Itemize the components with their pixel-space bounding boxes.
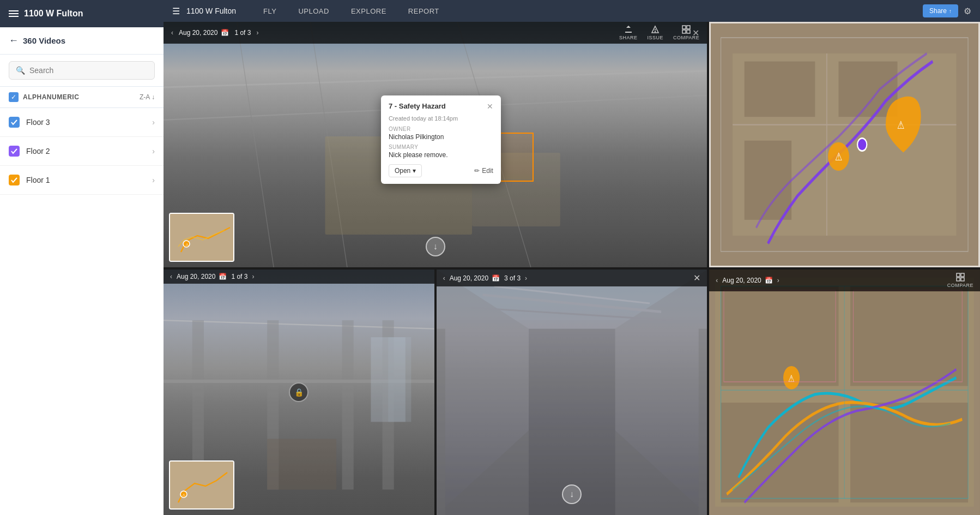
svg-rect-15 xyxy=(682,30,686,33)
search-input[interactable] xyxy=(29,66,148,75)
svg-line-2 xyxy=(237,22,274,267)
bc-calendar-icon: 📅 xyxy=(492,274,500,282)
main-panel-top-bar: ‹ Aug 20, 2020 📅 1 of 3 › SHARE ISSUE xyxy=(164,22,707,44)
sort-label: ALPHANUMERIC xyxy=(23,93,79,101)
bc-prev-btn[interactable]: ‹ xyxy=(443,274,445,282)
floor-item-floor3[interactable]: Floor 3 › xyxy=(0,108,164,137)
svg-rect-46 xyxy=(437,329,445,515)
popup-open-button[interactable]: Open ▾ xyxy=(389,164,422,177)
panel-share-label: SHARE xyxy=(619,35,638,40)
topnav-title: 1100 W Fulton xyxy=(186,7,236,15)
topnav-gear-icon[interactable]: ⚙ xyxy=(964,6,971,16)
svg-rect-23 xyxy=(839,62,898,117)
sort-label-group: ✓ ALPHANUMERIC xyxy=(9,92,79,102)
svg-rect-53 xyxy=(721,286,839,386)
svg-rect-54 xyxy=(850,286,968,386)
topnav-fly-link[interactable]: FLY xyxy=(252,0,287,22)
sidebar-header: 1100 W Fulton xyxy=(0,0,164,27)
search-box: 🔍 xyxy=(9,61,155,80)
br-next-btn[interactable]: › xyxy=(777,277,779,284)
svg-rect-37 xyxy=(388,337,411,422)
floor-list: Floor 3 › Floor 2 › Floor 1 › xyxy=(0,108,164,515)
bottom-right-aerial-map: ⚠ xyxy=(709,270,980,515)
popup-summary-value: Nick please remove. xyxy=(389,151,493,159)
bl-next-btn[interactable]: › xyxy=(252,273,254,280)
main-calendar-icon: 📅 xyxy=(221,29,229,37)
bottom-center-top-bar: ‹ Aug 20, 2020 📅 3 of 3 › ✕ xyxy=(437,270,707,286)
svg-text:⚠: ⚠ xyxy=(182,493,185,497)
popup-open-dropdown-icon: ▾ xyxy=(413,167,416,175)
svg-rect-13 xyxy=(682,26,686,29)
main-nav-circle[interactable]: ↓ xyxy=(426,237,445,256)
bl-date: Aug 20, 2020 📅 xyxy=(177,273,227,280)
bc-close-btn[interactable]: ✕ xyxy=(693,273,700,283)
floor3-checkbox[interactable] xyxy=(9,117,20,128)
bottom-right-top-bar: ‹ Aug 20, 2020 📅 › COMPARE xyxy=(709,270,980,291)
popup-created: Created today at 18:14pm xyxy=(389,115,493,122)
bl-prev-btn[interactable]: ‹ xyxy=(170,273,172,280)
floor1-chevron: › xyxy=(152,176,155,184)
sidebar-title: 1100 W Fulton xyxy=(24,9,83,19)
br-compare-button[interactable]: COMPARE xyxy=(947,273,973,288)
br-calendar-icon: 📅 xyxy=(765,277,773,284)
main-next-btn[interactable]: › xyxy=(256,29,258,37)
bottom-left-lock-icon: 🔒 xyxy=(289,382,308,402)
floor2-checkbox[interactable] xyxy=(9,146,20,157)
main-360-view: 7 - Safety Hazard ✕ Created today at 18:… xyxy=(164,22,707,267)
bottom-left-top-bar: ‹ Aug 20, 2020 📅 1 of 3 › xyxy=(164,270,434,284)
content-grid: 7 - Safety Hazard ✕ Created today at 18:… xyxy=(164,22,980,515)
popup-open-label: Open xyxy=(395,167,410,175)
br-prev-btn[interactable]: ‹ xyxy=(716,277,718,284)
main-prev-btn[interactable]: ‹ xyxy=(171,29,173,37)
top-nav: ☰ 1100 W Fulton FLY UPLOAD EXPLORE REPOR… xyxy=(164,0,980,22)
svg-text:⚠: ⚠ xyxy=(835,151,843,163)
svg-rect-47 xyxy=(698,329,707,515)
topnav-report-link[interactable]: REPORT xyxy=(397,0,450,22)
sort-order[interactable]: Z-A ↓ xyxy=(140,93,155,101)
main-date: Aug 20, 2020 📅 xyxy=(179,29,229,37)
panel-issue-label: ISSUE xyxy=(647,35,663,40)
topnav-right: Share ↑ ⚙ xyxy=(923,4,971,17)
popup-edit-label: Edit xyxy=(482,167,493,175)
bottom-left-mini-map: ⚠ xyxy=(169,460,234,510)
top-right-aerial-map: ⚠ ⚠ xyxy=(709,22,980,267)
hamburger-icon[interactable] xyxy=(9,10,19,17)
sort-checkbox[interactable]: ✓ xyxy=(9,92,19,102)
popup-edit-button[interactable]: ✏ Edit xyxy=(474,167,493,175)
bottom-center-nav-circle[interactable]: ↓ xyxy=(562,484,582,504)
topnav-upload-link[interactable]: UPLOAD xyxy=(287,0,340,22)
popup-close-icon[interactable]: ✕ xyxy=(487,102,493,111)
panel-issue-button[interactable]: ISSUE xyxy=(647,25,663,40)
floor-item-floor1[interactable]: Floor 1 › xyxy=(0,166,164,195)
svg-text:⚠: ⚠ xyxy=(898,119,905,131)
floor1-name: Floor 1 xyxy=(26,176,152,184)
popup-owner-label: Owner xyxy=(389,126,493,132)
topnav-share-label: Share xyxy=(929,7,947,15)
svg-rect-35 xyxy=(267,439,336,489)
bc-next-btn[interactable]: › xyxy=(525,274,527,282)
bottom-left-panel: ⚠ 🔒 ‹ Aug 20, 2020 📅 1 of 3 › xyxy=(164,270,434,515)
bl-counter: 1 of 3 xyxy=(231,273,247,280)
topnav-share-button[interactable]: Share ↑ xyxy=(923,4,958,17)
topnav-hamburger-icon[interactable]: ☰ xyxy=(172,6,180,16)
popup-actions: Open ▾ ✏ Edit xyxy=(389,164,493,177)
topnav-explore-link[interactable]: EXPLORE xyxy=(340,0,397,22)
back-arrow-icon: ← xyxy=(9,35,19,46)
sidebar-back-button[interactable]: ← 360 Videos xyxy=(0,27,164,55)
floor2-chevron: › xyxy=(152,147,155,155)
bottom-center-360-view: ↓ xyxy=(437,270,707,515)
main-date-text: Aug 20, 2020 xyxy=(179,29,217,37)
floor2-name: Floor 2 xyxy=(26,147,152,155)
popup-title: 7 - Safety Hazard xyxy=(389,102,446,110)
main-mini-map: ⚠ xyxy=(169,213,234,262)
search-container: 🔍 xyxy=(0,55,164,87)
floor-item-floor2[interactable]: Floor 2 › xyxy=(0,137,164,166)
panel-share-button[interactable]: SHARE xyxy=(619,25,638,40)
main-panel-close-btn[interactable]: ✕ xyxy=(692,28,699,38)
bc-counter: 3 of 3 xyxy=(504,274,521,282)
sort-row: ✓ ALPHANUMERIC Z-A ↓ xyxy=(0,87,164,108)
sidebar: 1100 W Fulton ← 360 Videos 🔍 ✓ ALPHANUME… xyxy=(0,0,164,515)
issue-popup: 7 - Safety Hazard ✕ Created today at 18:… xyxy=(381,95,501,184)
popup-edit-icon: ✏ xyxy=(474,167,480,175)
floor1-checkbox[interactable] xyxy=(9,175,20,185)
